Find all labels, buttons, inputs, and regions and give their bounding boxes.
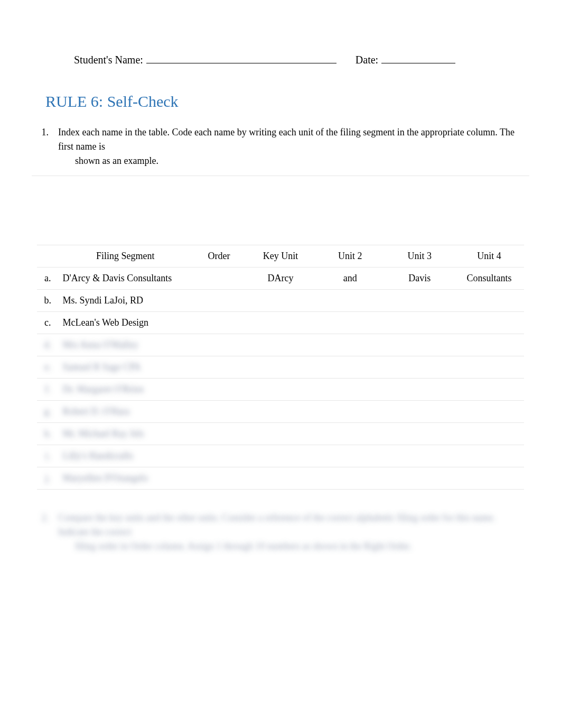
instruction2-text: Compare the key units and the other unit… — [58, 511, 524, 554]
row-unit4[interactable] — [454, 356, 524, 379]
filing-table: Filing Segment Order Key Unit Unit 2 Uni… — [37, 245, 524, 490]
row-unit3[interactable] — [385, 445, 455, 467]
row-letter: g. — [37, 401, 59, 423]
col-order: Order — [192, 245, 246, 268]
row-unit4[interactable] — [454, 312, 524, 334]
student-name-blank[interactable] — [146, 53, 336, 63]
row-unit2[interactable] — [315, 467, 385, 490]
instruction-2-blurred: 2. Compare the key units and the other u… — [37, 511, 524, 554]
row-unit2[interactable] — [315, 401, 385, 423]
row-letter: h. — [37, 423, 59, 445]
row-letter: b. — [37, 290, 59, 312]
col-unit2: Unit 2 — [315, 245, 385, 268]
col-blank — [37, 245, 59, 268]
row-key_unit[interactable] — [246, 401, 315, 423]
table-header-row: Filing Segment Order Key Unit Unit 2 Uni… — [37, 245, 524, 268]
date-label: Date: — [356, 54, 378, 66]
row-order[interactable] — [192, 467, 246, 490]
instruction-1: 1. Index each name in the table. Code ea… — [37, 125, 524, 171]
row-order[interactable] — [192, 268, 246, 290]
row-filing-segment: Mr. Michael Ray Jels — [59, 423, 192, 445]
row-unit4[interactable] — [454, 334, 524, 356]
date-blank[interactable] — [381, 53, 455, 63]
row-letter: c. — [37, 312, 59, 334]
instruction2-line1: Compare the key units and the other unit… — [58, 512, 495, 537]
row-unit3[interactable] — [385, 312, 455, 334]
row-filing-segment: Mrs Anna O'Malley — [59, 334, 192, 356]
instruction2-number: 2. — [37, 511, 49, 554]
instruction-number: 1. — [37, 125, 49, 168]
row-unit3[interactable] — [385, 467, 455, 490]
row-key_unit[interactable] — [246, 379, 315, 401]
table-row: b.Ms. Syndi LaJoi, RD — [37, 290, 524, 312]
instruction-line2: shown as an example. — [58, 154, 524, 168]
row-order[interactable] — [192, 445, 246, 467]
row-unit4[interactable] — [454, 290, 524, 312]
row-unit2[interactable] — [315, 379, 385, 401]
row-unit2[interactable] — [315, 423, 385, 445]
table-row: j.Maryellen D'Orangelo — [37, 467, 524, 490]
row-unit2[interactable] — [315, 356, 385, 379]
page-title: RULE 6: Self-Check — [45, 93, 524, 110]
row-filing-segment: McLean's Web Design — [59, 312, 192, 334]
table-row: h.Mr. Michael Ray Jels — [37, 423, 524, 445]
row-unit3[interactable]: Davis — [385, 268, 455, 290]
row-filing-segment: Samuel R Sage CPA — [59, 356, 192, 379]
row-order[interactable] — [192, 356, 246, 379]
col-key-unit: Key Unit — [246, 245, 315, 268]
divider — [32, 176, 529, 176]
row-unit2[interactable]: and — [315, 268, 385, 290]
row-key_unit[interactable] — [246, 312, 315, 334]
row-filing-segment: Dr. Margaret O'Brien — [59, 379, 192, 401]
row-key_unit[interactable]: DArcy — [246, 268, 315, 290]
row-unit4[interactable]: Consultants — [454, 268, 524, 290]
row-unit3[interactable] — [385, 401, 455, 423]
instruction-text: Index each name in the table. Code each … — [58, 125, 524, 168]
instruction-line1: Index each name in the table. Code each … — [58, 127, 515, 152]
row-unit4[interactable] — [454, 467, 524, 490]
row-order[interactable] — [192, 290, 246, 312]
row-order[interactable] — [192, 379, 246, 401]
row-unit4[interactable] — [454, 379, 524, 401]
row-order[interactable] — [192, 401, 246, 423]
row-unit3[interactable] — [385, 423, 455, 445]
row-letter: i. — [37, 445, 59, 467]
table-row: c.McLean's Web Design — [37, 312, 524, 334]
row-unit3[interactable] — [385, 290, 455, 312]
row-order[interactable] — [192, 312, 246, 334]
row-unit3[interactable] — [385, 334, 455, 356]
row-letter: d. — [37, 334, 59, 356]
row-filing-segment: Ms. Syndi LaJoi, RD — [59, 290, 192, 312]
row-filing-segment: Lilly's Handicrafts — [59, 445, 192, 467]
row-unit3[interactable] — [385, 356, 455, 379]
row-letter: a. — [37, 268, 59, 290]
table-row: a.D'Arcy & Davis ConsultantsDArcyandDavi… — [37, 268, 524, 290]
table-row: e.Samuel R Sage CPA — [37, 356, 524, 379]
table-row: i.Lilly's Handicrafts — [37, 445, 524, 467]
row-unit2[interactable] — [315, 290, 385, 312]
row-filing-segment: Maryellen D'Orangelo — [59, 467, 192, 490]
row-unit4[interactable] — [454, 445, 524, 467]
row-unit2[interactable] — [315, 445, 385, 467]
student-name-label: Student's Name: — [74, 54, 143, 66]
row-unit4[interactable] — [454, 423, 524, 445]
row-unit2[interactable] — [315, 334, 385, 356]
row-order[interactable] — [192, 423, 246, 445]
row-unit3[interactable] — [385, 379, 455, 401]
row-unit4[interactable] — [454, 401, 524, 423]
row-letter: f. — [37, 379, 59, 401]
row-unit2[interactable] — [315, 312, 385, 334]
row-key_unit[interactable] — [246, 467, 315, 490]
row-letter: j. — [37, 467, 59, 490]
table-row: f.Dr. Margaret O'Brien — [37, 379, 524, 401]
row-letter: e. — [37, 356, 59, 379]
row-key_unit[interactable] — [246, 423, 315, 445]
row-key_unit[interactable] — [246, 290, 315, 312]
col-unit4: Unit 4 — [454, 245, 524, 268]
row-key_unit[interactable] — [246, 445, 315, 467]
table-row: d.Mrs Anna O'Malley — [37, 334, 524, 356]
row-order[interactable] — [192, 334, 246, 356]
row-key_unit[interactable] — [246, 356, 315, 379]
col-filing-segment: Filing Segment — [59, 245, 192, 268]
row-key_unit[interactable] — [246, 334, 315, 356]
